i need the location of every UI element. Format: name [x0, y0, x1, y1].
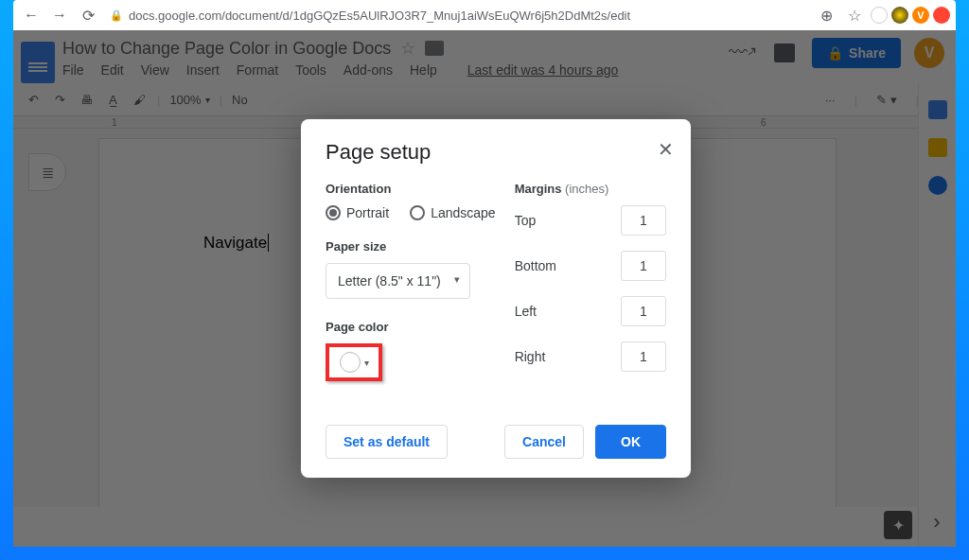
- margin-top-input[interactable]: [621, 205, 666, 236]
- comments-icon[interactable]: [774, 44, 795, 62]
- close-dialog-button[interactable]: ✕: [658, 138, 674, 161]
- activity-icon[interactable]: 〰↗: [729, 42, 757, 63]
- style-dropdown[interactable]: No: [232, 93, 248, 107]
- spellcheck-button[interactable]: A̲: [104, 91, 121, 108]
- extension-icon[interactable]: [933, 7, 950, 24]
- margin-bottom-label: Bottom: [515, 258, 556, 273]
- menu-view[interactable]: View: [141, 62, 169, 78]
- margin-right-input[interactable]: [621, 341, 666, 372]
- extension-icon[interactable]: [871, 7, 888, 24]
- explore-button[interactable]: ✦: [884, 511, 912, 539]
- menu-tools[interactable]: Tools: [295, 62, 326, 78]
- lock-icon: 🔒: [110, 9, 123, 22]
- last-edit-text[interactable]: Last edit was 4 hours ago: [467, 62, 619, 78]
- menu-bar: File Edit View Insert Format Tools Add-o…: [62, 62, 729, 78]
- outline-toggle-button[interactable]: ≣: [28, 153, 66, 191]
- margin-bottom-input[interactable]: [621, 251, 666, 281]
- lock-icon: 🔒: [827, 45, 843, 61]
- radio-selected-icon: [326, 205, 341, 220]
- orientation-portrait-radio[interactable]: Portrait: [326, 205, 389, 220]
- ok-button[interactable]: OK: [595, 425, 666, 459]
- paper-size-label: Paper size: [326, 239, 496, 254]
- docs-logo-icon[interactable]: [21, 42, 55, 83]
- tasks-addon-icon[interactable]: [928, 176, 947, 195]
- editing-mode-button[interactable]: ✎ ▾: [876, 93, 897, 107]
- forward-button[interactable]: →: [47, 3, 72, 27]
- menu-file[interactable]: File: [62, 62, 84, 78]
- move-folder-icon[interactable]: [425, 41, 444, 56]
- google-docs-app: How to Change Page Color in Google Docs …: [13, 30, 956, 547]
- menu-insert[interactable]: Insert: [186, 62, 220, 78]
- margin-left-input[interactable]: [621, 296, 666, 326]
- side-panel: [918, 83, 956, 547]
- profile-icon[interactable]: V: [912, 7, 929, 24]
- orientation-label: Orientation: [326, 182, 496, 196]
- side-panel-toggle[interactable]: ›: [924, 503, 950, 541]
- address-bar[interactable]: 🔒 docs.google.com/document/d/1dgGQzEs5AU…: [104, 9, 810, 23]
- keep-addon-icon[interactable]: [928, 138, 947, 157]
- margin-top-label: Top: [515, 213, 537, 228]
- radio-unselected-icon: [410, 205, 425, 220]
- paint-format-button[interactable]: 🖌: [131, 91, 148, 108]
- undo-button[interactable]: ↶: [25, 91, 42, 108]
- redo-button[interactable]: ↷: [51, 91, 68, 108]
- set-as-default-button[interactable]: Set as default: [326, 425, 448, 459]
- dialog-title: Page setup: [326, 140, 666, 165]
- back-button[interactable]: ←: [19, 3, 44, 27]
- orientation-landscape-radio[interactable]: Landscape: [410, 205, 496, 220]
- margin-left-label: Left: [515, 304, 537, 319]
- document-text: Navigate: [203, 234, 269, 252]
- page-color-dropdown[interactable]: ▾: [326, 343, 382, 381]
- account-avatar[interactable]: V: [914, 38, 944, 68]
- menu-help[interactable]: Help: [410, 62, 437, 78]
- menu-edit[interactable]: Edit: [101, 62, 124, 78]
- cancel-button[interactable]: Cancel: [504, 425, 584, 459]
- zoom-dropdown[interactable]: 100%▾: [169, 93, 209, 107]
- more-tools-button[interactable]: ···: [825, 93, 836, 107]
- formatting-toolbar: ↶ ↷ 🖶 A̲ 🖌 | 100%▾ | No ··· | ✎ ▾ | ˄: [13, 83, 956, 115]
- menu-format[interactable]: Format: [237, 62, 278, 78]
- app-header: How to Change Page Color in Google Docs …: [13, 30, 956, 83]
- browser-toolbar: ← → ⟳ 🔒 docs.google.com/document/d/1dgGQ…: [13, 0, 956, 30]
- page-color-label: Page color: [326, 320, 496, 334]
- chevron-down-icon: ▾: [364, 358, 369, 368]
- url-text: docs.google.com/document/d/1dgGQzEs5AUlR…: [129, 9, 630, 23]
- share-button[interactable]: 🔒 Share: [812, 38, 901, 68]
- print-button[interactable]: 🖶: [78, 91, 95, 108]
- extension-icon[interactable]: [891, 7, 908, 24]
- margins-label: Margins (inches): [515, 182, 666, 196]
- calendar-addon-icon[interactable]: [928, 100, 947, 119]
- star-icon[interactable]: ☆: [400, 38, 415, 59]
- menu-addons[interactable]: Add-ons: [344, 62, 393, 78]
- margin-right-label: Right: [515, 349, 546, 364]
- zoom-icon[interactable]: ⊕: [814, 3, 838, 27]
- paper-size-dropdown[interactable]: Letter (8.5" x 11"): [326, 263, 470, 299]
- page-setup-dialog: Page setup ✕ Orientation Portrait Landsc…: [301, 119, 691, 478]
- document-title[interactable]: How to Change Page Color in Google Docs: [62, 39, 391, 59]
- color-swatch-icon: [340, 352, 361, 373]
- bookmark-star-icon[interactable]: ☆: [842, 3, 867, 27]
- reload-button[interactable]: ⟳: [76, 3, 100, 27]
